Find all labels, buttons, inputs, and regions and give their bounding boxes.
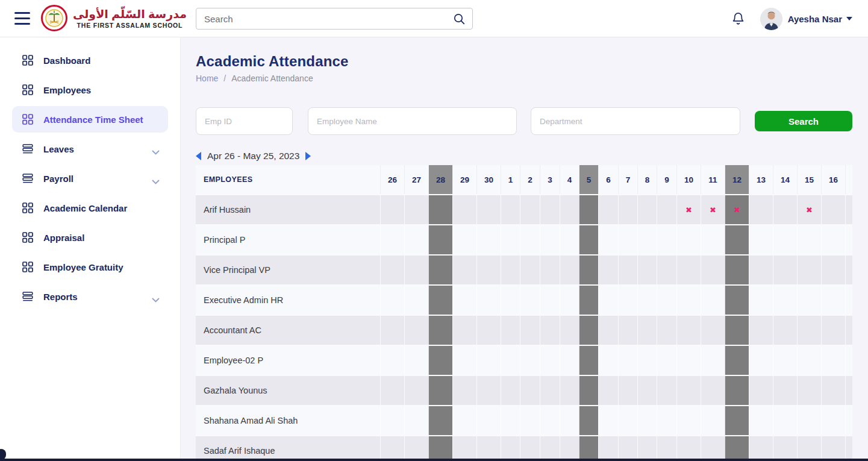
attendance-cell[interactable]: [598, 406, 618, 435]
attendance-cell[interactable]: [501, 436, 520, 461]
attendance-cell[interactable]: [725, 256, 749, 284]
attendance-cell[interactable]: [476, 436, 501, 461]
attendance-cell[interactable]: [725, 376, 749, 405]
attendance-cell[interactable]: [404, 316, 428, 345]
attendance-cell[interactable]: [520, 256, 540, 284]
attendance-cell[interactable]: [637, 376, 657, 405]
attendance-cell[interactable]: [428, 256, 452, 284]
attendance-cell[interactable]: [773, 256, 797, 284]
attendance-cell[interactable]: [618, 286, 637, 315]
attendance-cell[interactable]: [821, 436, 845, 461]
attendance-cell[interactable]: [598, 195, 618, 224]
attendance-cell[interactable]: [579, 316, 598, 345]
attendance-cell[interactable]: [520, 316, 540, 345]
attendance-cell[interactable]: [452, 316, 476, 345]
search-button[interactable]: Search: [755, 111, 852, 131]
attendance-cell[interactable]: [520, 286, 540, 315]
attendance-cell[interactable]: [676, 225, 701, 254]
attendance-cell[interactable]: [579, 346, 598, 375]
attendance-cell[interactable]: [380, 286, 404, 315]
attendance-cell[interactable]: [598, 286, 618, 315]
attendance-cell[interactable]: [476, 316, 501, 345]
attendance-cell[interactable]: [797, 316, 821, 345]
search-icon[interactable]: [453, 13, 466, 25]
attendance-cell[interactable]: [520, 225, 540, 254]
attendance-cell[interactable]: [701, 346, 725, 375]
attendance-cell[interactable]: [701, 225, 725, 254]
attendance-cell[interactable]: [725, 286, 749, 315]
attendance-cell[interactable]: ✖: [701, 195, 725, 224]
attendance-cell[interactable]: [797, 346, 821, 375]
attendance-cell[interactable]: [676, 346, 701, 375]
attendance-cell[interactable]: [725, 316, 749, 345]
emp-id-input[interactable]: [196, 107, 293, 135]
attendance-cell[interactable]: [579, 376, 598, 405]
attendance-cell[interactable]: [501, 256, 520, 284]
attendance-cell[interactable]: [701, 286, 725, 315]
attendance-cell[interactable]: [560, 406, 579, 435]
attendance-cell[interactable]: [637, 436, 657, 461]
attendance-cell[interactable]: [657, 195, 676, 224]
attendance-cell[interactable]: [428, 286, 452, 315]
attendance-cell[interactable]: [501, 376, 520, 405]
attendance-cell[interactable]: ✖: [797, 195, 821, 224]
attendance-cell[interactable]: [657, 376, 676, 405]
attendance-cell[interactable]: [476, 256, 501, 284]
attendance-cell[interactable]: [637, 225, 657, 254]
attendance-cell[interactable]: [579, 286, 598, 315]
user-name[interactable]: Ayesha Nsar: [788, 14, 842, 24]
attendance-cell[interactable]: [579, 436, 598, 461]
attendance-cell[interactable]: [380, 316, 404, 345]
attendance-cell[interactable]: [540, 195, 560, 224]
attendance-cell[interactable]: [618, 406, 637, 435]
attendance-cell[interactable]: [598, 436, 618, 461]
attendance-cell[interactable]: [676, 286, 701, 315]
attendance-cell[interactable]: [797, 256, 821, 284]
attendance-cell[interactable]: [749, 346, 773, 375]
attendance-cell[interactable]: [821, 316, 845, 345]
attendance-cell[interactable]: [618, 195, 637, 224]
breadcrumb-home-link[interactable]: Home: [196, 74, 218, 83]
attendance-cell[interactable]: [657, 436, 676, 461]
attendance-cell[interactable]: [637, 286, 657, 315]
attendance-cell[interactable]: [657, 406, 676, 435]
attendance-cell[interactable]: ✖: [676, 195, 701, 224]
sidebar-item-reports[interactable]: Reports: [12, 283, 168, 310]
attendance-cell[interactable]: [579, 195, 598, 224]
attendance-cell[interactable]: [540, 406, 560, 435]
attendance-cell[interactable]: [476, 406, 501, 435]
attendance-cell[interactable]: [560, 286, 579, 315]
attendance-cell[interactable]: [676, 256, 701, 284]
attendance-cell[interactable]: [540, 225, 560, 254]
attendance-cell[interactable]: [560, 436, 579, 461]
attendance-cell[interactable]: [821, 286, 845, 315]
attendance-cell[interactable]: [749, 436, 773, 461]
attendance-cell[interactable]: [428, 346, 452, 375]
attendance-cell[interactable]: [520, 406, 540, 435]
attendance-cell[interactable]: [560, 225, 579, 254]
attendance-cell[interactable]: [637, 195, 657, 224]
attendance-cell[interactable]: [428, 316, 452, 345]
attendance-cell[interactable]: [404, 286, 428, 315]
horizontal-scrollbar[interactable]: [0, 459, 868, 461]
attendance-cell[interactable]: [428, 225, 452, 254]
attendance-cell[interactable]: [476, 286, 501, 315]
attendance-cell[interactable]: [404, 256, 428, 284]
attendance-cell[interactable]: [749, 286, 773, 315]
attendance-cell[interactable]: [773, 195, 797, 224]
attendance-cell[interactable]: [452, 195, 476, 224]
attendance-cell[interactable]: [618, 376, 637, 405]
attendance-cell[interactable]: [598, 346, 618, 375]
sidebar-item-dashboard[interactable]: Dashboard: [12, 47, 168, 74]
attendance-cell[interactable]: [540, 346, 560, 375]
employee-name-input[interactable]: [308, 107, 517, 135]
attendance-cell[interactable]: [476, 225, 501, 254]
notifications-bell-icon[interactable]: [731, 11, 745, 26]
chevron-down-icon[interactable]: [152, 176, 160, 187]
sidebar-item-employees[interactable]: Employees: [12, 77, 168, 103]
attendance-cell[interactable]: [428, 376, 452, 405]
attendance-cell[interactable]: [725, 406, 749, 435]
attendance-cell[interactable]: [452, 256, 476, 284]
attendance-cell[interactable]: [540, 256, 560, 284]
attendance-cell[interactable]: [476, 376, 501, 405]
